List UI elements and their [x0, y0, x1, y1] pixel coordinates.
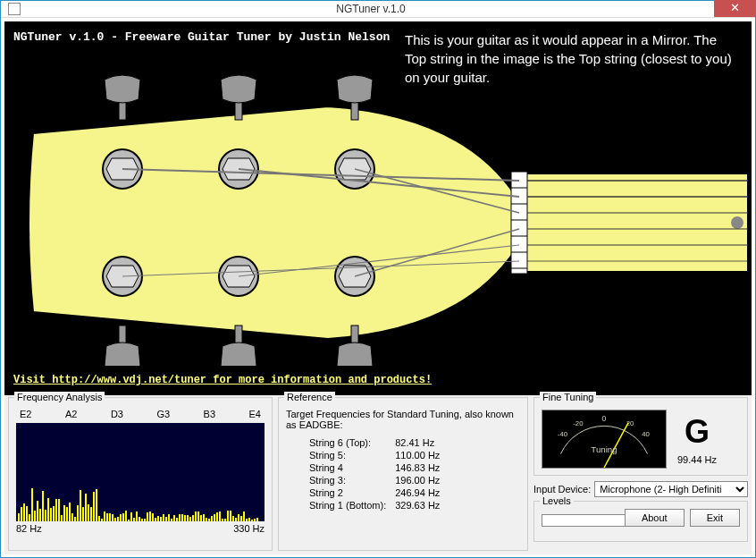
note-label: A2 — [65, 409, 77, 419]
reference-group: Reference Target Frequencies for Standar… — [278, 397, 528, 551]
svg-text:-40: -40 — [558, 430, 567, 438]
svg-rect-30 — [119, 326, 126, 343]
right-column: Fine Tuning 0 -20 20 -40 40 Tuning G — [533, 397, 748, 551]
svg-rect-27 — [119, 102, 126, 120]
tuning-meter: 0 -20 20 -40 40 Tuning — [542, 410, 667, 469]
svg-text:Tuning: Tuning — [591, 444, 617, 454]
group-title: Reference — [284, 392, 335, 402]
window-title: NGTuner v.1.0 — [28, 3, 714, 15]
note-label: D3 — [111, 409, 123, 419]
fine-tuning-group: Fine Tuning 0 -20 20 -40 40 Tuning G — [533, 397, 748, 476]
group-title: Frequency Analysis — [14, 392, 105, 402]
close-button[interactable]: ✕ — [714, 0, 755, 17]
note-label: E4 — [249, 409, 261, 419]
group-title: Fine Tuning — [540, 392, 596, 402]
input-device-label: Input Device: — [533, 484, 591, 495]
tuner-knob[interactable] — [105, 326, 140, 366]
table-row: String 1 (Bottom):329.63 Hz — [309, 500, 447, 511]
about-button[interactable]: About — [625, 509, 685, 527]
table-row: String 4146.83 Hz — [309, 462, 447, 473]
spectrum-display — [16, 423, 265, 521]
table-row: String 6 (Top):82.41 Hz — [309, 437, 447, 448]
svg-rect-29 — [351, 102, 358, 120]
note-label: E2 — [20, 409, 31, 419]
website-link[interactable]: Visit http://www.vdj.net/tuner for more … — [13, 374, 432, 386]
freq-max: 330 Hz — [233, 523, 265, 534]
svg-rect-31 — [235, 326, 242, 343]
app-window: NGTuner v.1.0 ✕ NGTuner v.1.0 - Freeware… — [0, 0, 756, 558]
guitar-panel: NGTuner v.1.0 - Freeware Guitar Tuner by… — [4, 21, 752, 395]
input-device-select[interactable]: Microphone (2- High Definiti — [594, 481, 748, 497]
detected-frequency: 99.44 Hz — [677, 454, 717, 465]
reference-description: Target Frequencies for Standard Tuning, … — [286, 409, 520, 430]
group-title: Levels — [540, 495, 574, 506]
table-row: String 2246.94 Hz — [309, 487, 447, 498]
guitar-headstock-graphic — [15, 71, 748, 366]
svg-point-8 — [731, 216, 743, 229]
reference-table: String 6 (Top):82.41 Hz String 5:110.00 … — [307, 435, 449, 512]
freq-min: 82 Hz — [16, 523, 42, 534]
svg-text:40: 40 — [642, 430, 650, 438]
bottom-panel: Frequency Analysis E2 A2 D3 G3 B3 E4 82 … — [4, 395, 752, 554]
note-label: G3 — [156, 409, 170, 419]
titlebar: NGTuner v.1.0 ✕ — [1, 1, 755, 18]
tuner-knob[interactable] — [105, 75, 140, 120]
svg-rect-28 — [235, 102, 242, 120]
app-icon — [8, 3, 21, 15]
exit-button[interactable]: Exit — [690, 509, 740, 527]
note-label: B3 — [204, 409, 215, 419]
table-row: String 3:196.00 Hz — [309, 475, 447, 486]
levels-group: Levels About Exit — [533, 501, 748, 542]
content: NGTuner v.1.0 - Freeware Guitar Tuner by… — [1, 18, 755, 558]
table-row: String 5:110.00 Hz — [309, 450, 447, 461]
svg-text:0: 0 — [602, 414, 607, 423]
svg-rect-32 — [351, 326, 358, 343]
note-labels: E2 A2 D3 G3 B3 E4 — [16, 409, 265, 419]
detected-note: G — [677, 413, 717, 451]
app-title: NGTuner v.1.0 - Freeware Guitar Tuner by… — [13, 30, 390, 44]
svg-text:-20: -20 — [573, 419, 583, 427]
svg-rect-0 — [516, 173, 748, 272]
svg-rect-1 — [511, 172, 527, 274]
frequency-analysis-group: Frequency Analysis E2 A2 D3 G3 B3 E4 82 … — [8, 397, 273, 551]
